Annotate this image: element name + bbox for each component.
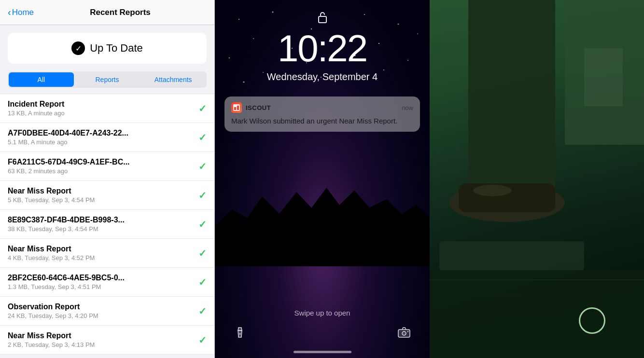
page-title: Recent Reports <box>34 8 207 17</box>
svg-point-9 <box>417 33 418 34</box>
svg-rect-31 <box>430 270 644 358</box>
svg-point-24 <box>402 331 406 335</box>
circle-button[interactable] <box>579 307 605 334</box>
leg-shoe-shape <box>430 0 644 358</box>
svg-point-16 <box>243 82 245 83</box>
sync-checkmark-icon: ✓ <box>198 219 207 230</box>
lock-icon <box>317 11 328 27</box>
report-meta: 5 KB, Tuesday, Sep 3, 4:54 PM <box>8 196 195 204</box>
list-item[interactable]: Near Miss Report 2 KB, Tuesday, Sep 3, 4… <box>0 326 214 355</box>
sync-checkmark-icon: ✓ <box>198 190 207 201</box>
reports-panel: ‹ Home Recent Reports ✓ Up To Date All R… <box>0 0 215 358</box>
filter-attachments-button[interactable]: Attachments <box>140 72 206 87</box>
sync-checkmark-icon: ✓ <box>198 334 207 346</box>
sync-icon: ✓ <box>71 41 85 55</box>
svg-point-5 <box>253 38 254 39</box>
report-meta: 24 KB, Tuesday, Sep 3, 4:20 PM <box>8 312 195 319</box>
report-name: 8E89C387-DF4B-4DBE-B998-3... <box>8 216 195 224</box>
report-name: 2BF2CE60-64C6-4AE5-9BC5-0... <box>8 274 195 282</box>
report-meta: 63 KB, 2 minutes ago <box>8 167 195 175</box>
notification-card[interactable]: ISCOUT now Mark Wilson submitted an urge… <box>224 96 420 132</box>
report-name: Observation Report <box>8 303 195 311</box>
sync-checkmark-icon: ✓ <box>198 161 207 172</box>
svg-point-10 <box>229 57 230 58</box>
app-icon <box>231 102 242 113</box>
report-meta: 4 KB, Tuesday, Sep 3, 4:52 PM <box>8 254 195 262</box>
list-item[interactable]: 2BF2CE60-64C6-4AE5-9BC5-0... 1.3 MB, Tue… <box>0 268 214 297</box>
list-item[interactable]: 8E89C387-DF4B-4DBE-B998-3... 38 KB, Tues… <box>0 210 214 239</box>
svg-point-14 <box>263 72 264 73</box>
list-item[interactable]: A7F0DBEE-40D4-40E7-A243-22... 5.1 MB, A … <box>0 123 214 152</box>
report-meta: 2 KB, Tuesday, Sep 3, 4:13 PM <box>8 341 195 348</box>
report-name: Near Miss Report <box>8 245 195 253</box>
back-button[interactable]: ‹ Home <box>8 7 34 18</box>
filter-all-button[interactable]: All <box>9 72 74 87</box>
svg-rect-20 <box>234 107 236 110</box>
notification-header: ISCOUT now <box>231 102 413 113</box>
svg-point-13 <box>407 60 408 61</box>
report-meta: 13 KB, A minute ago <box>8 110 195 117</box>
home-indicator <box>294 351 351 353</box>
svg-point-15 <box>383 69 384 70</box>
list-item[interactable]: Near Miss Report 4 KB, Tuesday, Sep 3, 4… <box>0 239 214 268</box>
report-name: Incident Report <box>8 100 195 109</box>
filter-reports-button[interactable]: Reports <box>75 72 140 87</box>
list-item[interactable]: Incident Report 13 KB, A minute ago ✓ <box>0 94 214 123</box>
list-item[interactable]: Observation Report 24 KB, Tuesday, Sep 3… <box>0 297 214 326</box>
svg-point-3 <box>364 14 365 15</box>
sync-status-card: ✓ Up To Date <box>8 33 207 64</box>
svg-rect-26 <box>468 0 555 193</box>
notification-body: Mark Wilson submitted an urgent Near Mis… <box>231 116 413 126</box>
svg-point-0 <box>238 19 239 20</box>
navigation-bar: ‹ Home Recent Reports <box>0 0 214 25</box>
svg-rect-18 <box>319 16 326 23</box>
bottom-bar <box>215 327 430 341</box>
svg-rect-30 <box>439 241 584 270</box>
report-name: Near Miss Report <box>8 331 195 340</box>
svg-point-25 <box>407 331 409 332</box>
back-label: Home <box>12 8 34 17</box>
list-item[interactable]: F6A211C5-67D4-49C9-A1EF-BC... 63 KB, 2 m… <box>0 152 214 181</box>
report-name: A7F0DBEE-40D4-40E7-A243-22... <box>8 129 195 138</box>
app-name: ISCOUT <box>246 104 271 111</box>
svg-point-8 <box>378 43 379 44</box>
sync-checkmark-icon: ✓ <box>198 103 207 114</box>
svg-rect-35 <box>584 48 623 106</box>
report-meta: 5.1 MB, A minute ago <box>8 138 195 146</box>
report-name: F6A211C5-67D4-49C9-A1EF-BC... <box>8 158 195 166</box>
lock-date: Wednesday, September 4 <box>267 71 378 83</box>
svg-rect-21 <box>237 106 239 110</box>
swipe-hint-text: Swipe up to open <box>294 309 350 317</box>
sync-checkmark-icon: ✓ <box>198 132 207 143</box>
report-meta: 1.3 MB, Tuesday, Sep 3, 4:51 PM <box>8 283 195 290</box>
notification-time: now <box>402 104 413 111</box>
list-item[interactable]: Near Miss Report 5 KB, Tuesday, Sep 3, 4… <box>0 181 214 210</box>
filter-bar: All Reports Attachments <box>8 71 207 88</box>
photo-panel <box>430 0 644 358</box>
svg-point-29 <box>473 185 512 196</box>
svg-point-4 <box>398 24 399 25</box>
report-meta: 38 KB, Tuesday, Sep 3, 4:54 PM <box>8 225 195 233</box>
lock-time: 10:22 <box>278 27 367 70</box>
svg-point-22 <box>239 333 241 335</box>
lockscreen-panel: 10:22 Wednesday, September 4 ISCOUT now … <box>215 0 430 358</box>
chevron-left-icon: ‹ <box>8 7 11 18</box>
report-list: Incident Report 13 KB, A minute ago ✓ A7… <box>0 94 214 358</box>
sync-checkmark-icon: ✓ <box>198 248 207 259</box>
camera-icon[interactable] <box>398 327 410 341</box>
flashlight-icon[interactable] <box>234 327 246 341</box>
sync-checkmark-icon: ✓ <box>198 305 207 317</box>
sync-checkmark-icon: ✓ <box>198 276 207 288</box>
sync-label: Up To Date <box>90 42 143 55</box>
report-name: Near Miss Report <box>8 187 195 195</box>
svg-point-1 <box>272 12 274 13</box>
